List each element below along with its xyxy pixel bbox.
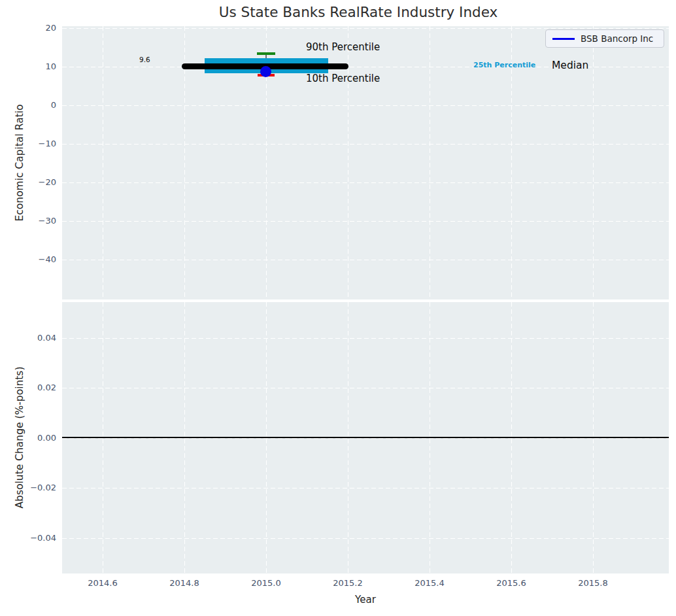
x-axis-label: Year — [355, 594, 376, 606]
ytick-label: −30 — [0, 215, 56, 227]
annotation-90th-percentile: 90th Percentile — [306, 41, 380, 53]
gridline-h — [62, 488, 669, 488]
gridline-h — [62, 182, 669, 183]
xtick-label: 2014.8 — [158, 578, 211, 588]
xtick-label: 2015.8 — [567, 578, 619, 588]
annotation-10th-percentile: 10th Percentile — [306, 73, 380, 84]
annotation-median: Median — [552, 60, 588, 71]
gridline-v — [103, 26, 103, 299]
ytick-label: −10 — [0, 138, 56, 150]
xtick-label: 2014.6 — [76, 578, 129, 588]
ytick-label: −20 — [0, 177, 56, 188]
y-axis-label-top: Economic Capital Ratio — [14, 104, 25, 221]
p90-whisker-cap — [257, 52, 275, 55]
legend-label: BSB Bancorp Inc — [581, 33, 653, 44]
annotation-median-value: 9.6 — [139, 56, 150, 63]
ytick-label: 0.00 — [0, 432, 56, 444]
chart-title: Us State Banks RealRate Industry Index — [219, 4, 498, 20]
gridline-h — [62, 260, 669, 260]
gridline-h — [62, 28, 669, 29]
annotation-25th-percentile: 25th Percentile — [473, 61, 535, 69]
ytick-label: 10 — [0, 61, 56, 73]
gridline-v — [593, 26, 594, 299]
gridline-h — [62, 221, 669, 222]
ytick-label: 20 — [0, 22, 56, 34]
bottom-plot-area — [62, 302, 669, 573]
gridline-h — [62, 338, 669, 339]
legend-box: BSB Bancorp Inc — [545, 29, 664, 48]
ytick-label: −0.02 — [0, 482, 56, 494]
xtick-label: 2015.4 — [403, 578, 456, 588]
gridline-h — [62, 388, 669, 388]
gridline-h — [62, 538, 669, 539]
gridline-h — [62, 144, 669, 145]
ytick-label: 0.04 — [0, 332, 56, 344]
ytick-label: −0.04 — [0, 532, 56, 544]
xtick-label: 2015.6 — [485, 578, 537, 588]
gridline-h — [62, 105, 669, 106]
zero-baseline — [62, 437, 669, 438]
chart-figure: Us State Banks RealRate Industry Index — [0, 0, 676, 616]
ytick-label: 0 — [0, 99, 56, 111]
ytick-label: −40 — [0, 254, 56, 265]
xtick-label: 2015.0 — [240, 578, 292, 588]
gridline-h — [62, 438, 669, 439]
company-value-marker — [260, 66, 271, 77]
ytick-label: 0.02 — [0, 382, 56, 394]
y-axis-label-bottom: Absolute Change (%-points) — [14, 367, 25, 509]
legend-line-swatch — [552, 38, 575, 40]
gridline-v — [430, 26, 430, 299]
xtick-label: 2015.2 — [322, 578, 374, 588]
